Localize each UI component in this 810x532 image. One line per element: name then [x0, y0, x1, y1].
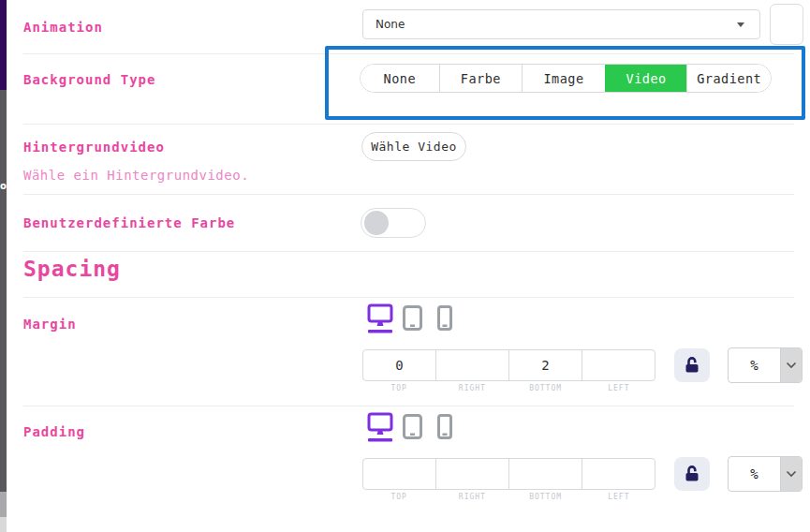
detached-empty-box: [770, 4, 803, 45]
margin-label: Margin: [23, 317, 77, 332]
background-type-button-group: None Farbe Image Video Gradient: [360, 64, 772, 93]
chevron-down-icon: [737, 22, 744, 27]
divider: [23, 297, 794, 298]
desktop-icon[interactable]: [367, 303, 393, 335]
window-edge-light: [0, 492, 7, 517]
occluded-window-text: oc: [0, 181, 12, 191]
margin-left-input[interactable]: [582, 350, 655, 380]
margin-bottom-input[interactable]: [508, 350, 582, 380]
phone-icon[interactable]: [437, 414, 452, 439]
divider: [23, 194, 794, 195]
margin-bottom-label: BOTTOM: [509, 384, 582, 392]
divider: [23, 251, 794, 252]
bg-type-option-video[interactable]: Video: [605, 65, 687, 92]
toggle-knob: [364, 211, 389, 235]
padding-lock-button[interactable]: [674, 457, 710, 491]
custom-color-label: Benutzerdefinierte Farbe: [23, 215, 235, 230]
chevron-down-icon: [780, 457, 802, 491]
bg-type-option-none[interactable]: None: [361, 65, 439, 92]
divider: [23, 406, 794, 406]
margin-top-label: TOP: [362, 384, 435, 392]
padding-field-labels: TOP RIGHT BOTTOM LEFT: [362, 493, 655, 501]
choose-video-button[interactable]: Wähle Video: [361, 132, 466, 161]
padding-left-input[interactable]: [582, 459, 655, 489]
background-video-description: Wähle ein Hintergrundvideo.: [23, 168, 249, 183]
margin-input-group: [362, 349, 655, 381]
desktop-icon[interactable]: [367, 412, 393, 444]
tablet-icon[interactable]: [403, 414, 422, 439]
window-edge-purple: [0, 0, 7, 90]
chevron-down-icon: [780, 348, 802, 382]
padding-bottom-input[interactable]: [508, 459, 582, 489]
tablet-icon[interactable]: [403, 305, 422, 331]
window-edge-strip: oc: [0, 0, 7, 532]
phone-icon[interactable]: [437, 305, 452, 331]
padding-right-label: RIGHT: [435, 493, 508, 501]
margin-top-input[interactable]: [363, 350, 435, 380]
window-edge-lighter: [0, 517, 7, 532]
margin-unit-select[interactable]: %: [728, 347, 803, 383]
padding-label: Padding: [23, 424, 85, 439]
animation-label: Animation: [23, 20, 103, 35]
padding-input-group: [362, 458, 655, 490]
divider: [23, 53, 794, 54]
padding-top-label: TOP: [362, 493, 435, 501]
padding-unit-select[interactable]: %: [728, 456, 803, 492]
margin-field-labels: TOP RIGHT BOTTOM LEFT: [362, 384, 655, 392]
spacing-heading: Spacing: [23, 257, 121, 281]
background-video-label: Hintergrundvideo: [23, 140, 165, 155]
bg-type-option-gradient[interactable]: Gradient: [686, 65, 771, 92]
margin-unit-value: %: [729, 348, 780, 382]
unlock-icon: [683, 465, 701, 483]
padding-top-input[interactable]: [363, 459, 435, 489]
margin-left-label: LEFT: [582, 384, 655, 392]
unlock-icon: [683, 356, 701, 375]
margin-lock-button[interactable]: [674, 348, 710, 382]
animation-select[interactable]: None: [362, 9, 760, 39]
bg-type-option-farbe[interactable]: Farbe: [439, 65, 523, 92]
custom-color-toggle[interactable]: [361, 208, 426, 238]
padding-bottom-label: BOTTOM: [509, 493, 582, 501]
padding-right-input[interactable]: [435, 459, 508, 489]
bg-type-option-image[interactable]: Image: [522, 65, 605, 92]
divider: [23, 124, 794, 125]
padding-unit-value: %: [729, 457, 780, 491]
margin-right-input[interactable]: [435, 350, 508, 380]
background-type-label: Background Type: [23, 72, 155, 87]
margin-right-label: RIGHT: [435, 384, 508, 392]
animation-select-value: None: [376, 18, 405, 31]
padding-left-label: LEFT: [582, 493, 655, 501]
window-edge-gray: [0, 90, 7, 492]
